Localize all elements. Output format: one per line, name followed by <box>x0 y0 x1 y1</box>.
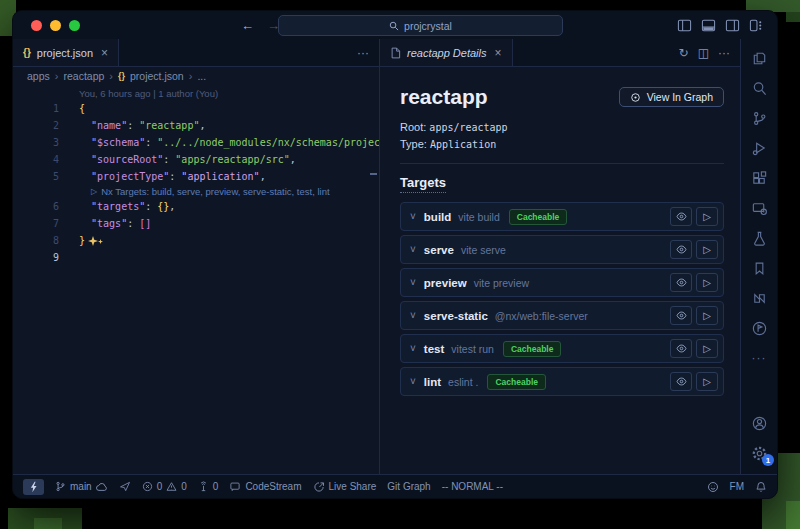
target-row-serve[interactable]: ˅servevite serve▷ <box>400 235 724 264</box>
wallpaper-fragment <box>786 12 800 22</box>
view-target-config-button[interactable] <box>670 372 692 391</box>
view-target-config-button[interactable] <box>670 207 692 226</box>
toggle-secondary-sidebar-icon[interactable] <box>725 18 740 33</box>
target-name: preview <box>424 277 467 289</box>
view-target-config-button[interactable] <box>670 306 692 325</box>
code-line[interactable]: 1{ <box>13 100 379 117</box>
view-target-config-button[interactable] <box>670 339 692 358</box>
more-actions-icon[interactable]: ··· <box>357 46 369 60</box>
code-token: "targets" <box>79 201 145 212</box>
tab-reactapp-details[interactable]: reactapp Details × <box>380 39 513 66</box>
view-target-config-button[interactable] <box>670 240 692 259</box>
minimize-window-button[interactable] <box>50 20 61 31</box>
remote-explorer-icon[interactable] <box>741 193 777 223</box>
nx-sparkle-icon[interactable] <box>88 235 103 246</box>
project-flag-icon[interactable] <box>741 313 777 343</box>
close-window-button[interactable] <box>31 20 42 31</box>
chevron-down-icon[interactable]: ˅ <box>410 278 416 288</box>
chevron-down-icon[interactable]: ˅ <box>410 212 416 222</box>
close-tab-icon[interactable]: × <box>101 46 108 60</box>
run-target-button[interactable]: ▷ <box>696 306 718 325</box>
view-target-config-button[interactable] <box>670 273 692 292</box>
run-target-button[interactable]: ▷ <box>696 207 718 226</box>
run-target-button[interactable]: ▷ <box>696 240 718 259</box>
breadcrumb-separator-icon: › <box>55 70 59 82</box>
command-center-search[interactable]: projcrystal <box>278 15 563 36</box>
notifications-bell-icon[interactable] <box>755 481 767 493</box>
codestream-status[interactable]: CodeStream <box>229 481 301 492</box>
code-editor[interactable]: You, 6 hours ago | 1 author (You) 1{2 "n… <box>13 85 379 474</box>
vim-mode-status[interactable]: -- NORMAL -- <box>442 481 503 492</box>
code-token: : <box>145 201 157 212</box>
nx-console-icon[interactable] <box>741 283 777 313</box>
eye-icon <box>676 244 687 255</box>
git-graph-status[interactable]: Git Graph <box>387 481 430 492</box>
chevron-down-icon[interactable]: ˅ <box>410 377 416 387</box>
lightning-icon <box>29 481 38 493</box>
code-line[interactable]: 9 <box>13 249 379 266</box>
view-in-graph-button[interactable]: View In Graph <box>619 87 724 107</box>
toggle-panel-icon[interactable] <box>701 18 716 33</box>
git-branch-status[interactable]: main <box>55 481 108 492</box>
remote-indicator[interactable] <box>23 479 44 495</box>
feedback-smiley-icon[interactable] <box>707 481 719 493</box>
nx-cloud-status[interactable] <box>119 481 131 492</box>
run-debug-icon[interactable] <box>741 133 777 163</box>
navigate-back-icon[interactable]: ← <box>241 18 254 33</box>
target-row-serve-static[interactable]: ˅serve-static@nx/web:file-server▷ <box>400 301 724 330</box>
run-target-button[interactable]: ▷ <box>696 339 718 358</box>
target-name: serve <box>424 244 454 256</box>
breadcrumb[interactable]: apps › reactapp › {} project.json › ... <box>13 67 379 85</box>
cacheable-badge: Cacheable <box>503 341 562 357</box>
run-target-button[interactable]: ▷ <box>696 273 718 292</box>
nx-targets-codelens[interactable]: ▷Nx Targets: build, serve, preview, serv… <box>13 185 379 198</box>
traffic-lights <box>13 20 80 31</box>
chevron-down-icon[interactable]: ˅ <box>410 311 416 321</box>
explorer-icon[interactable] <box>741 43 777 73</box>
refresh-icon[interactable]: ↻ <box>679 46 689 60</box>
account-icon[interactable] <box>741 408 777 438</box>
tab-project-json[interactable]: {} project.json × <box>13 39 119 66</box>
search-icon[interactable] <box>741 73 777 103</box>
code-line[interactable]: 6 "targets": {}, <box>13 198 379 215</box>
source-control-icon[interactable] <box>741 103 777 133</box>
ports-status[interactable]: 0 <box>198 481 219 492</box>
target-row-test[interactable]: ˅testvitest runCacheable▷ <box>400 334 724 363</box>
play-icon: ▷ <box>703 244 711 255</box>
authors-codelens[interactable]: You, 6 hours ago | 1 author (You) <box>13 87 379 100</box>
error-count: 0 <box>157 481 163 492</box>
problems-status[interactable]: 0 0 <box>142 481 187 492</box>
zoom-window-button[interactable] <box>69 20 80 31</box>
test-beaker-icon[interactable] <box>741 223 777 253</box>
live-share-status[interactable]: Live Share <box>313 481 377 493</box>
breadcrumb-item[interactable]: apps <box>27 70 50 82</box>
settings-gear-icon[interactable]: 1 <box>741 438 777 468</box>
close-tab-icon[interactable]: × <box>495 46 502 60</box>
cacheable-badge: Cacheable <box>509 209 568 225</box>
code-line[interactable]: 2 "name": "reactapp", <box>13 117 379 134</box>
error-icon <box>142 481 153 492</box>
code-line[interactable]: 3 "$schema": "../../node_modules/nx/sche… <box>13 134 379 151</box>
chevron-down-icon[interactable]: ˅ <box>410 245 416 255</box>
run-target-button[interactable]: ▷ <box>696 372 718 391</box>
code-token: , <box>199 120 205 131</box>
extensions-icon[interactable] <box>741 163 777 193</box>
split-editor-icon[interactable]: ◫ <box>698 46 709 60</box>
code-line[interactable]: 8} <box>13 232 379 249</box>
breadcrumb-item[interactable]: ... <box>197 70 206 82</box>
target-row-build[interactable]: ˅buildvite buildCacheable▷ <box>400 202 724 231</box>
additional-views-icon[interactable]: ··· <box>741 343 777 373</box>
chevron-down-icon[interactable]: ˅ <box>410 344 416 354</box>
code-line[interactable]: 4 "sourceRoot": "apps/reactapp/src", <box>13 151 379 168</box>
target-row-preview[interactable]: ˅previewvite preview▷ <box>400 268 724 297</box>
toggle-primary-sidebar-icon[interactable] <box>677 18 692 33</box>
customize-layout-icon[interactable] <box>749 18 764 33</box>
more-actions-icon[interactable]: ··· <box>718 46 730 60</box>
breadcrumb-item[interactable]: reactapp <box>63 70 104 82</box>
breadcrumb-item[interactable]: project.json <box>130 70 184 82</box>
code-line[interactable]: 5 "projectType": "application", <box>13 168 379 185</box>
fm-indicator[interactable]: FM <box>730 481 744 492</box>
target-row-lint[interactable]: ˅linteslint .Cacheable▷ <box>400 367 724 396</box>
bookmark-icon[interactable] <box>741 253 777 283</box>
code-line[interactable]: 7 "tags": [] <box>13 215 379 232</box>
